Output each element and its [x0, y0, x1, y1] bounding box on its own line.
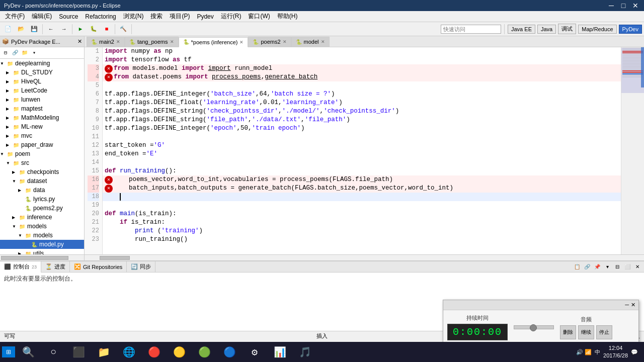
- taskbar-notification[interactable]: 💬: [631, 349, 638, 355]
- bottom-tab-console[interactable]: ⬛ 控制台 23: [0, 261, 41, 273]
- tab-close-poems[interactable]: ✕: [239, 40, 244, 45]
- bottom-tab-sync[interactable]: 🔄 同步: [127, 261, 155, 273]
- minimap-scrollbar[interactable]: [641, 47, 644, 87]
- minimize-button[interactable]: ─: [607, 2, 616, 10]
- tab-close-main2[interactable]: ✕: [116, 39, 120, 44]
- console-toolbar-btn-3[interactable]: 📌: [593, 262, 602, 272]
- editor-scrollbar-h[interactable]: [85, 254, 644, 260]
- tree-item-mvc[interactable]: ▶ 📁 mvc: [0, 131, 84, 140]
- start-button[interactable]: ⊞: [2, 346, 15, 357]
- tab-close-model[interactable]: ✕: [321, 39, 325, 44]
- build-button[interactable]: 🔨: [117, 24, 129, 35]
- left-scrollbar-thumb[interactable]: [1, 256, 68, 260]
- menu-edit[interactable]: 编辑(E): [29, 11, 55, 22]
- tree-item-hiveql[interactable]: ▶ 📁 HiveQL: [0, 77, 84, 86]
- tree-item-utils[interactable]: ▶ 📁 utils: [0, 249, 84, 254]
- media-close-btn[interactable]: ✕: [631, 302, 635, 308]
- new-folder-button[interactable]: 📁: [20, 48, 29, 57]
- bottom-tab-progress[interactable]: ⏳ 进度: [41, 261, 70, 273]
- console-toolbar-btn-5[interactable]: ⊟: [613, 262, 622, 272]
- back-button[interactable]: ←: [45, 24, 57, 35]
- console-toolbar-btn-1[interactable]: 📋: [573, 262, 582, 272]
- collapse-all-button[interactable]: ⊟: [1, 48, 10, 57]
- media-volume-slider[interactable]: [514, 325, 554, 329]
- menu-help[interactable]: 帮助(H): [274, 11, 301, 22]
- pydev-button[interactable]: PyDev: [619, 25, 642, 34]
- scrollbar-thumb-h[interactable]: [100, 256, 130, 260]
- map-reduce-button[interactable]: Map/Reduce: [578, 25, 616, 34]
- tab-poems-inference[interactable]: 🐍 *poems (inference) ✕: [179, 37, 249, 47]
- tree-item-models-child[interactable]: ▼ 📁 models: [0, 231, 84, 240]
- tree-item-checkpoints[interactable]: ▶ 📁 checkpoints: [0, 167, 84, 176]
- close-button[interactable]: ✕: [631, 2, 640, 10]
- tab-close-tang[interactable]: ✕: [170, 39, 174, 44]
- quick-access-input[interactable]: [441, 25, 501, 34]
- media-minimize-btn[interactable]: ─: [625, 302, 629, 308]
- tree-item-dataset[interactable]: ▼ 📁 dataset: [0, 176, 84, 186]
- taskbar-app2[interactable]: 🟡: [167, 343, 191, 361]
- code-area[interactable]: 1 2 3 4 5 6 7 8 9 10 11 12 13 14 15 16 1: [85, 47, 644, 254]
- menu-search[interactable]: 搜索: [147, 11, 166, 22]
- console-close-btn[interactable]: ✕: [633, 262, 642, 272]
- taskbar-app1[interactable]: 🔴: [142, 343, 166, 361]
- forward-button[interactable]: →: [58, 24, 70, 35]
- tab-main2[interactable]: 🐍 main2 ✕: [87, 37, 125, 47]
- panel-menu-button[interactable]: ▾: [30, 48, 39, 57]
- tree-item-src[interactable]: ▼ 📁 src: [0, 158, 84, 167]
- menu-browse[interactable]: 浏览(N): [120, 11, 147, 22]
- tab-model[interactable]: 🐍 model ✕: [291, 37, 330, 47]
- tree-item-data[interactable]: ▶ 📁 data: [0, 186, 84, 195]
- tree-item-poem[interactable]: ▼ 📁 poem: [0, 149, 84, 158]
- media-slider-thumb[interactable]: [530, 324, 537, 331]
- java-ee-button[interactable]: Java EE: [508, 25, 535, 34]
- media-stop-button[interactable]: 停止: [596, 325, 612, 339]
- tree-item-inference[interactable]: ▶ 📁 inference: [0, 213, 84, 222]
- taskbar-search-button[interactable]: 🔍: [16, 343, 40, 361]
- code-editor[interactable]: import numpy as np import tensorflow as …: [103, 47, 621, 254]
- tab-poems2[interactable]: 🐍 poems2 ✕: [248, 37, 291, 47]
- tree-item-dlstudy[interactable]: ▶ 📁 DL_STUDY: [0, 68, 84, 77]
- media-continue-button[interactable]: 继续: [578, 325, 594, 339]
- taskbar-app5[interactable]: ⚙️: [243, 343, 267, 361]
- menu-source[interactable]: Source: [56, 12, 81, 21]
- maximize-button[interactable]: □: [619, 2, 628, 10]
- menu-refactoring[interactable]: Refactoring: [82, 12, 119, 21]
- tab-tang-poems[interactable]: 🐍 tang_poems ✕: [125, 37, 179, 47]
- stop-button[interactable]: ■: [101, 24, 113, 35]
- tree-item-mlnew[interactable]: ▶ 📁 ML-new: [0, 122, 84, 131]
- tree-item-paperdraw[interactable]: ▶ 📁 paper_draw: [0, 140, 84, 149]
- left-panel-scrollbar[interactable]: [0, 254, 84, 260]
- panel-close-icon[interactable]: ✕: [77, 38, 82, 45]
- taskbar-edge[interactable]: 🌐: [117, 343, 141, 361]
- tree-item-model-py[interactable]: ▶ 🐍 model.py: [0, 240, 84, 249]
- link-editor-button[interactable]: 🔗: [11, 48, 20, 57]
- open-button[interactable]: 📂: [15, 24, 27, 35]
- bottom-tab-git[interactable]: 🔀 Git Repositories: [70, 261, 127, 273]
- save-button[interactable]: 💾: [28, 24, 40, 35]
- menu-run[interactable]: 运行(R): [218, 11, 245, 22]
- code-line-18[interactable]: [103, 193, 621, 201]
- java-button[interactable]: Java: [537, 25, 556, 34]
- debug-button[interactable]: 🐛: [88, 24, 100, 35]
- console-toolbar-btn-4[interactable]: ▾: [603, 262, 612, 272]
- taskbar-explorer[interactable]: 📁: [92, 343, 116, 361]
- taskbar-app7[interactable]: 🎵: [293, 343, 317, 361]
- taskbar-app3[interactable]: 🟢: [192, 343, 216, 361]
- tree-item-leetcode[interactable]: ▶ 📁 LeetCode: [0, 86, 84, 95]
- media-delete-button[interactable]: 删除: [560, 325, 576, 339]
- tree-item-lunwen[interactable]: ▶ 📁 lunwen: [0, 95, 84, 104]
- console-toolbar-btn-2[interactable]: 🔗: [583, 262, 592, 272]
- tree-item-mathmod[interactable]: ▶ 📁 MathModeling: [0, 113, 84, 122]
- menu-window[interactable]: 窗口(W): [245, 11, 273, 22]
- menu-pydev[interactable]: Pydev: [194, 12, 216, 21]
- taskbar-cortana-button[interactable]: ○: [41, 343, 65, 361]
- taskbar-app6[interactable]: 📊: [268, 343, 292, 361]
- tree-item-poems2[interactable]: ▶ 🐍 poems2.py: [0, 204, 84, 213]
- taskbar-app4[interactable]: 🔵: [217, 343, 242, 361]
- tree-item-maptest[interactable]: ▶ 📁 maptest: [0, 104, 84, 113]
- tree-item-deeplearning[interactable]: ▼ 📁 deeplearning: [0, 59, 84, 68]
- debug-perspective-button[interactable]: 调试: [558, 24, 576, 34]
- taskbar-task-view[interactable]: ⬛: [66, 343, 91, 361]
- tree-item-models-parent[interactable]: ▼ 📁 models: [0, 222, 84, 231]
- console-maximize-btn[interactable]: ⬜: [623, 262, 632, 272]
